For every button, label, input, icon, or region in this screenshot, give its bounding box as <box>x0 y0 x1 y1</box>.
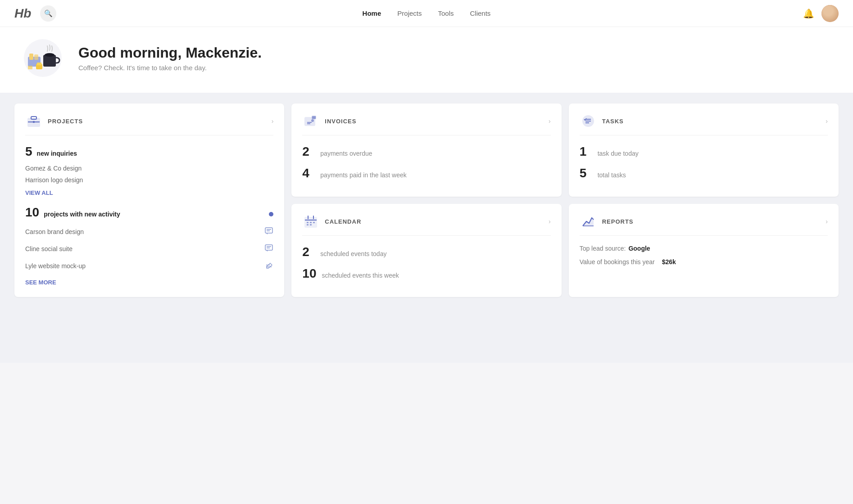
projects-card: PROJECTS › 5 new inquiries Gomez & Co de… <box>14 104 284 297</box>
view-all-link[interactable]: VIEW ALL <box>25 189 53 196</box>
svg-rect-13 <box>265 228 272 233</box>
list-item: Lyle website mock-up <box>25 257 273 274</box>
svg-rect-39 <box>310 224 312 225</box>
nav-projects[interactable]: Projects <box>397 9 422 17</box>
tasks-today-label: task due today <box>598 150 639 157</box>
briefcase-icon <box>27 114 41 128</box>
activity-count: 10 <box>25 205 39 220</box>
activity-indicator <box>269 212 273 216</box>
tasks-card-header: TASKS › <box>580 112 828 135</box>
svg-rect-23 <box>312 116 316 119</box>
activity-item-name: Carson brand design <box>25 228 84 235</box>
avatar-image <box>821 5 839 22</box>
svg-rect-2 <box>29 54 33 60</box>
svg-rect-35 <box>307 222 309 223</box>
invoices-overdue-count: 2 <box>302 144 315 159</box>
hero-section: Good morning, Mackenzie. Coffee? Check. … <box>0 27 853 93</box>
tasks-today-count: 1 <box>580 144 592 159</box>
list-item: Gomez & Co design <box>25 162 273 174</box>
invoices-stat-paid: 4 payments paid in the last week <box>302 166 550 180</box>
notification-bell-icon[interactable]: 🔔 <box>803 8 814 19</box>
calendar-today-label: scheduled events today <box>320 250 386 257</box>
logo[interactable]: Hb <box>14 6 31 21</box>
tasks-chevron-icon[interactable]: › <box>826 117 828 125</box>
calendar-week-count: 10 <box>302 266 316 281</box>
tasks-icon <box>580 112 597 130</box>
bookings-value: $26k <box>662 258 676 266</box>
svg-rect-12 <box>33 121 35 123</box>
reports-bookings: Value of bookings this year $26k <box>580 258 828 266</box>
invoices-stat-overdue: 2 payments overdue <box>302 144 550 159</box>
invoices-icon <box>302 112 319 130</box>
activity-label: projects with new activity <box>44 211 120 218</box>
svg-marker-40 <box>583 218 594 226</box>
tasks-header-left: TASKS <box>580 112 624 130</box>
reports-card: REPORTS › Top lead source: Google Value … <box>569 204 839 297</box>
calendar-title: CALENDAR <box>325 218 361 225</box>
reports-chevron-icon[interactable]: › <box>826 218 828 225</box>
calendar-chevron-icon[interactable]: › <box>549 218 551 225</box>
navbar: Hb 🔍 Home Projects Tools Clients 🔔 <box>0 0 853 27</box>
calendar-today-count: 2 <box>302 245 315 259</box>
inquiries-count: 5 <box>25 144 32 159</box>
avatar[interactable] <box>821 5 839 22</box>
search-icon: 🔍 <box>44 9 53 18</box>
invoices-paid-label: payments paid in the last week <box>320 171 406 179</box>
see-more-link[interactable]: SEE MORE <box>25 279 56 286</box>
calendar-stat-today: 2 scheduled events today <box>302 245 550 259</box>
svg-rect-7 <box>37 63 41 65</box>
svg-rect-8 <box>28 66 32 69</box>
svg-rect-36 <box>310 222 312 223</box>
svg-rect-3 <box>34 54 38 60</box>
svg-rect-38 <box>307 224 309 225</box>
chat-icon <box>264 226 273 237</box>
svg-rect-16 <box>265 245 272 250</box>
morning-illustration-svg <box>18 38 68 78</box>
calendar-week-label: scheduled events this week <box>322 272 399 279</box>
greeting-subtitle: Coffee? Check. It's time to take on the … <box>78 64 262 72</box>
calendar-stat-week: 10 scheduled events this week <box>302 266 550 281</box>
reports-icon <box>580 213 597 230</box>
edit-icon <box>264 261 273 271</box>
projects-title: PROJECTS <box>48 118 83 125</box>
new-inquiries-header: 5 new inquiries <box>25 144 273 159</box>
reports-card-header: REPORTS › <box>580 213 828 236</box>
greeting-heading: Good morning, Mackenzie. <box>78 45 262 61</box>
inquiries-label: new inquiries <box>37 150 77 157</box>
invoices-card-header: INVOICES › <box>302 112 550 135</box>
tasks-stat-today: 1 task due today <box>580 144 828 159</box>
projects-card-header: PROJECTS › <box>25 112 273 135</box>
projects-icon <box>25 112 42 130</box>
svg-point-5 <box>45 53 54 57</box>
svg-point-24 <box>311 119 314 122</box>
tasks-card: TASKS › 1 task due today 5 total tasks <box>569 104 839 197</box>
nav-clients[interactable]: Clients <box>470 9 491 17</box>
nav-home[interactable]: Home <box>363 9 381 17</box>
hero-illustration <box>18 38 68 78</box>
list-item: Harrison logo design <box>25 174 273 186</box>
activity-item-name: Lyle website mock-up <box>25 262 86 270</box>
list-item: Carson brand design <box>25 223 273 240</box>
chat-icon <box>264 243 273 254</box>
projects-header-left: PROJECTS <box>25 112 83 130</box>
main-content: PROJECTS › 5 new inquiries Gomez & Co de… <box>0 93 853 363</box>
tasks-stat-total: 5 total tasks <box>580 166 828 180</box>
projects-chevron-icon[interactable]: › <box>272 117 274 125</box>
tasks-total-label: total tasks <box>598 171 626 179</box>
invoices-card: INVOICES › 2 payments overdue 4 payments… <box>291 104 561 197</box>
search-button[interactable]: 🔍 <box>40 5 56 22</box>
bookings-label: Value of bookings this year <box>580 258 655 266</box>
tasks-title: TASKS <box>602 118 624 125</box>
dashboard-grid: PROJECTS › 5 new inquiries Gomez & Co de… <box>14 104 839 297</box>
nav-right: 🔔 <box>803 5 839 22</box>
calendar-header-left: CALENDAR <box>302 213 361 230</box>
hero-text: Good morning, Mackenzie. Coffee? Check. … <box>78 45 262 72</box>
nav-tools[interactable]: Tools <box>438 9 454 17</box>
activity-item-name: Cline social suite <box>25 245 73 252</box>
reports-title: REPORTS <box>602 218 634 225</box>
svg-rect-37 <box>313 222 315 223</box>
reports-lead-source: Top lead source: Google <box>580 245 828 252</box>
activity-header: 10 projects with new activity <box>25 205 273 220</box>
invoices-chevron-icon[interactable]: › <box>549 117 551 125</box>
list-item: Cline social suite <box>25 240 273 257</box>
